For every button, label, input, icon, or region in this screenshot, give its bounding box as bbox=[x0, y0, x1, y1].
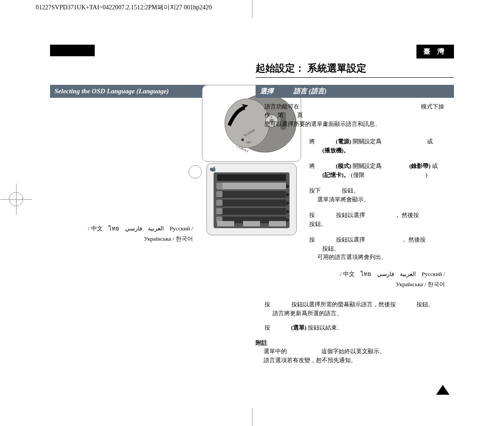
langs-left-1: / 中文 ไทย العربية فارسي Русский / bbox=[88, 225, 193, 232]
s3c: 選單清單將會顯示。 bbox=[317, 196, 370, 203]
svg-point-9 bbox=[241, 138, 244, 141]
s6d: 語言將更新爲所選的語言。 bbox=[273, 310, 342, 317]
black-box-top-left bbox=[50, 45, 95, 56]
s5d: 按鈕。 bbox=[322, 245, 340, 252]
langs-left-2: Українська / 한국어 bbox=[144, 235, 193, 242]
s4b: 按鈕以選擇 bbox=[336, 212, 365, 218]
s5b: 按鈕以選擇 bbox=[336, 236, 365, 243]
s4c: ， 然後按 bbox=[395, 212, 419, 218]
s7a: 按 bbox=[265, 324, 270, 331]
s1d: 或 bbox=[427, 138, 433, 145]
s1b: (電源) bbox=[336, 138, 352, 145]
s2g: (僅限 bbox=[351, 171, 364, 178]
s2b: (模式) bbox=[336, 163, 352, 169]
n1b: 這個字始終以英文顯示。 bbox=[321, 348, 385, 355]
step-3: 按下 按鈕。 選單清單將會顯示。 bbox=[309, 186, 454, 204]
steps: 將 (電源) 開關設定爲 或 (播放機)。 將 (模式) 開關設定爲 (錄影帶)… bbox=[309, 137, 454, 289]
s1a: 將 bbox=[309, 138, 315, 145]
n1a: 選單中的 bbox=[264, 348, 287, 355]
s7c: 按鈕以結束。 bbox=[308, 324, 343, 331]
page-content: 臺 灣 起始設定： 系統選單設定 Selecting the OSD Langu… bbox=[50, 45, 454, 408]
note-1: 選單中的 這個字始終以英文顯示。 bbox=[264, 347, 454, 356]
s1c: 開關設定爲 bbox=[353, 138, 382, 145]
s3b: 按鈕。 bbox=[342, 187, 359, 194]
s6b: 按鈕以選擇所需的螢幕顯示語言，然後按 bbox=[291, 301, 396, 308]
intro-3: 您可以選擇所要的選單畫面顯示語言和訊息。 bbox=[265, 121, 381, 127]
right-subhead: 選擇 語言 (語言) bbox=[256, 85, 454, 98]
s2a: 將 bbox=[309, 163, 315, 169]
s6c: 按鈕。 bbox=[416, 301, 434, 308]
left-title bbox=[50, 61, 247, 63]
s5e: 可用的語言選項將會列出。 bbox=[317, 254, 387, 260]
intro: 語言功能可在 模式下操 作。 第 頁 您可以選擇所要的選單畫面顯示語言和訊息。 bbox=[265, 102, 454, 129]
s2h: ) bbox=[425, 171, 427, 178]
languages-right: / 中文 ไทย العربية فارسي Русский / Українс… bbox=[336, 269, 454, 290]
intro-2a: 作。 第 bbox=[265, 112, 283, 118]
s4a: 按 bbox=[309, 212, 315, 218]
notes: 附註 選單中的 這個字始終以英文顯示。 語言選項若有改變，恕不預先通知。 bbox=[256, 338, 454, 365]
note-title: 附註 bbox=[256, 338, 454, 347]
s2f: (記憶卡)。 bbox=[322, 171, 349, 178]
s5a: 按 bbox=[309, 236, 315, 243]
s2e: 或 bbox=[432, 163, 438, 169]
right-title: 起始設定： 系統選單設定 bbox=[256, 61, 454, 78]
s2d: (錄影帶) bbox=[409, 163, 431, 169]
camcorder-icon: 📹 bbox=[210, 165, 216, 173]
langs-r-1: / 中文 ไทย العربية فارسي Русский / bbox=[340, 271, 445, 277]
step-6: 按 按鈕以選擇所需的螢幕顯示語言，然後按 按鈕。 語言將更新爲所選的語言。 bbox=[265, 300, 454, 317]
crop-mark-bottom bbox=[252, 408, 252, 426]
region-badge: 臺 灣 bbox=[416, 45, 454, 58]
page-arrow-icon bbox=[436, 385, 449, 395]
intro-2b: 頁 bbox=[297, 112, 303, 118]
crop-mark-top bbox=[252, 0, 252, 18]
intro-1a: 語言功能可在 bbox=[265, 103, 299, 110]
s1e: (播放機)。 bbox=[322, 147, 349, 154]
s6a: 按 bbox=[265, 301, 270, 308]
header-filepath: 01227SVPD371UK+TAI~0422007.2.1512:2PM페이지… bbox=[36, 3, 212, 12]
step-5: 按 按鈕以選擇 ， 然後按 按鈕。 可用的語言選項將會列出。 bbox=[309, 235, 454, 262]
s5c: ， 然後按 bbox=[401, 236, 426, 243]
langs-r-2: Українська / 한국어 bbox=[396, 281, 445, 288]
languages-left: / 中文 ไทย العربية فارسي Русский / Українс… bbox=[50, 223, 202, 244]
s7b: (選單) bbox=[291, 324, 307, 331]
step-4: 按 按鈕以選擇 ， 然後按 按鈕。 bbox=[309, 211, 454, 228]
svg-text:OFF: OFF bbox=[246, 141, 252, 144]
s2c: 開關設定爲 bbox=[353, 163, 382, 169]
crop-mark-left bbox=[9, 192, 23, 206]
s3a: 按下 bbox=[309, 187, 321, 194]
intro-1b: 模式下操 bbox=[421, 103, 444, 110]
step-2: 將 (模式) 開關設定爲 (錄影帶) 或 (記憶卡)。 (僅限 ) bbox=[309, 162, 454, 179]
right-column: 選擇 語言 (語言) 語言功能可在 模式下操 作。 第 頁 您可以選擇所要的選單… bbox=[256, 80, 454, 364]
s4d: 按鈕。 bbox=[309, 221, 327, 227]
small-circle bbox=[189, 165, 202, 179]
note-2: 語言選項若有改變，恕不預先通知。 bbox=[264, 356, 454, 365]
step-7: 按 (選單) 按鈕以結束。 bbox=[265, 323, 454, 332]
step-1: 將 (電源) 開關設定爲 或 (播放機)。 bbox=[309, 137, 454, 155]
